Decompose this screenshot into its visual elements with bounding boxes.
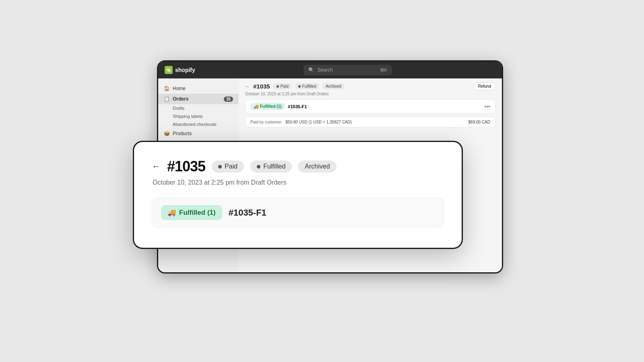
back-arrow-small[interactable]: ← [245, 84, 250, 89]
payment-row-small: Paid by customer $50.80 USD (1 USD = 1.3… [245, 117, 495, 128]
sidebar-item-drafts[interactable]: Drafts [158, 104, 239, 112]
date-line-small: October 10, 2023 at 2:25 pm from Draft O… [239, 92, 502, 99]
sidebar-item-abandoned-checkouts[interactable]: Abandoned checkouts [158, 120, 239, 128]
more-dots-small[interactable]: ••• [484, 103, 490, 110]
paid-label-small: Paid [281, 84, 289, 88]
shopify-logo: 🛍 shopify [165, 66, 195, 74]
fulfillment-id: #1035-F1 [229, 208, 266, 218]
sidebar-item-orders[interactable]: 📋 Orders 35 [158, 94, 239, 104]
fulfilled-label-small: Fulfilled [302, 84, 316, 88]
sidebar-item-home[interactable]: 🏠 Home [158, 83, 239, 94]
order-header-small: ← #1035 Paid Fulfilled Archived Refund [239, 78, 502, 92]
fulfillment-card: 🚚 Fulfilled (1) #1035-F1 [152, 197, 444, 228]
fulfilled-dot-small [298, 85, 301, 88]
orders-badge: 35 [224, 97, 233, 102]
shopify-bag-icon: 🛍 [165, 66, 173, 74]
search-placeholder: Search [318, 67, 333, 73]
order-number-large: #1035 [167, 158, 205, 175]
fulfilled-tag-label-small: Fulfilled (1) [260, 104, 281, 109]
back-arrow-large[interactable]: ← [152, 161, 161, 172]
archived-status-badge: Archived [298, 160, 336, 173]
paid-status-badge: Paid [212, 160, 244, 173]
fulfilled-status-label: Fulfilled [263, 163, 285, 170]
fulfillment-id-small: #1035-F1 [288, 104, 307, 109]
sidebar-item-products[interactable]: 📦 Products [158, 128, 239, 139]
paid-badge-small: Paid [273, 83, 292, 89]
payment-amount-cad: $69.00 CAD [469, 120, 490, 124]
truck-icon-small: 🚚 [254, 104, 258, 109]
shopify-logo-text: shopify [175, 67, 195, 73]
fulfilled-status-badge: Fulfilled [250, 160, 292, 173]
search-icon: 🔍 [308, 67, 314, 73]
fulfillment-card-small: 🚚 Fulfilled (1) #1035-F1 ••• [245, 99, 495, 113]
date-line: October 10, 2023 at 2:25 pm from Draft O… [153, 179, 444, 186]
sidebar-item-products-label: Products [173, 131, 192, 136]
truck-icon: 🚚 [167, 208, 176, 217]
paid-dot-small [277, 85, 279, 88]
sidebar-item-home-label: Home [173, 86, 186, 91]
fulfilled-tag: 🚚 Fulfilled (1) [161, 205, 222, 220]
fulfilled-status-dot [257, 165, 260, 169]
home-icon: 🏠 [164, 86, 169, 91]
search-shortcut: ⌘K [380, 68, 387, 73]
archived-badge-small: Archived [322, 83, 345, 89]
archived-status-label: Archived [305, 163, 330, 170]
orders-icon: 📋 [164, 96, 169, 102]
browser-titlebar: 🛍 shopify 🔍 Search ⌘K [158, 62, 502, 78]
popup-card: ← #1035 Paid Fulfilled Archived October … [133, 141, 463, 249]
payment-amount-usd: $50.80 USD (1 USD = 1.35827 CAD) [285, 120, 352, 124]
refund-button-small[interactable]: Refund [474, 82, 495, 90]
sidebar-item-shipping-labels[interactable]: Shipping labels [158, 112, 239, 120]
sidebar-item-orders-label: Orders [173, 96, 188, 102]
order-header: ← #1035 Paid Fulfilled Archived [152, 158, 444, 175]
payment-label-small: Paid by customer [250, 120, 281, 124]
fulfilled-tag-label: Fulfilled (1) [179, 209, 216, 217]
paid-status-label: Paid [225, 163, 237, 170]
order-number-small: #1035 [253, 83, 270, 90]
products-icon: 📦 [164, 131, 169, 136]
fulfilled-tag-small: 🚚 Fulfilled (1) [250, 103, 285, 110]
archived-label-small: Archived [326, 84, 341, 88]
paid-status-dot [218, 165, 222, 169]
fulfilled-badge-small: Fulfilled [295, 83, 319, 89]
search-bar[interactable]: 🔍 Search ⌘K [303, 65, 392, 75]
